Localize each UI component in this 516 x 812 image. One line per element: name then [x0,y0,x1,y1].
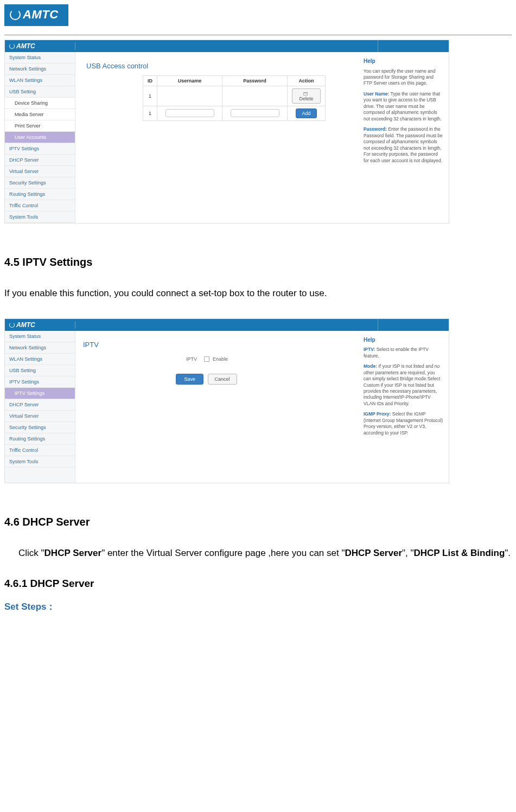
help-term: Mode: [364,363,377,369]
delete-label: Delete [299,96,313,101]
shot-header: AMTC [5,40,449,52]
swirl-icon [9,322,15,328]
page-logo: AMTC [4,4,68,26]
sidebar-item-system-status[interactable]: System Status [5,331,75,342]
main-panel: USB Access control ID Username Password … [75,52,359,223]
cell-password [222,86,288,106]
help-text-body: If your ISP is not listed and no other p… [364,363,440,406]
sidebar-sub-print-server[interactable]: Print Server [5,120,75,132]
sidebar-item-usb-setting[interactable]: USB Setting [5,86,75,98]
help-text: You can specify the user name and passwo… [364,68,443,87]
sidebar-sub-user-accounts[interactable]: User Accounts [5,132,75,143]
sidebar-item-system-status[interactable]: System Status [5,52,75,63]
header-gap [75,40,378,52]
help-text: User Name: Type the user name that you w… [364,91,443,122]
sidebar-item-dhcp-server[interactable]: DHCP Server [5,399,75,411]
screenshot-iptv: AMTC System Status Network Settings WLAN… [4,318,449,483]
text-fragment: Click " [18,548,44,558]
username-input[interactable] [165,109,214,117]
sidebar-item-traffic-control[interactable]: Triffic Control [5,200,75,212]
usb-table: ID Username Password Action 1 Delete [143,75,326,121]
help-term: IGMP Proxy: [364,411,391,417]
sidebar: System Status Network Settings WLAN Sett… [5,52,75,223]
shot-brand: AMTC [5,42,75,50]
divider [4,35,512,35]
sidebar-item-security-settings[interactable]: Security Settings [5,177,75,189]
sidebar-item-wlan-settings[interactable]: WLAN Settings [5,75,75,86]
add-button[interactable]: Add [296,108,316,118]
sidebar-item-dhcp-server[interactable]: DHCP Server [5,155,75,166]
delete-button[interactable]: Delete [292,88,321,104]
th-id: ID [143,76,157,86]
help-term: User Name: [364,91,389,97]
screenshot-usb-access: AMTC System Status Network Settings WLAN… [4,40,449,223]
swirl-icon [9,43,15,49]
sidebar-item-virtual-server[interactable]: Virtual Server [5,411,75,422]
help-text: Password: Enter the password in the Pass… [364,126,443,164]
sidebar-item-virtual-server[interactable]: Virtual Server [5,166,75,177]
help-text: Mode: If your ISP is not listed and no o… [364,363,443,407]
brand-text: AMTC [16,321,35,329]
help-text-body: Enter the password in the Password field… [364,126,443,163]
main-panel: IPTV IPTV Enable Save Cancel [75,331,359,483]
th-username: Username [157,76,222,86]
sidebar-item-routing-settings[interactable]: Routing Settings [5,189,75,200]
iptv-label: IPTV [186,356,197,362]
section-4-6-body: Click "DHCP Server" enter the Virtual Se… [4,544,512,563]
iptv-enable-row: IPTV Enable [186,356,352,362]
help-term: Password: [364,126,387,132]
help-title: Help [364,57,443,65]
swirl-icon [10,9,21,20]
help-text: IGMP Proxy: Select the IGMP (Internet Gr… [364,411,443,436]
cell-username [157,86,222,106]
sidebar-item-wlan-settings[interactable]: WLAN Settings [5,354,75,365]
section-4-5-title: 4.5 IPTV Settings [4,256,512,268]
text-fragment: ", " [402,548,414,558]
sidebar-sub-media-server[interactable]: Media Server [5,109,75,120]
trash-icon [303,92,308,95]
help-text: IPTV: Select to enable the IPTV feature. [364,347,443,359]
enable-label: Enable [213,356,228,362]
enable-checkbox[interactable] [204,356,209,362]
sidebar-item-iptv-settings[interactable]: IPTV Settings [5,143,75,155]
sidebar-sub-device-sharing[interactable]: Device Sharing [5,98,75,109]
table-row: 1 Delete [143,86,326,106]
shot-header: AMTC [5,319,449,331]
section-4-6-1-title: 4.6.1 DHCP Server [4,578,512,590]
brand-text: AMTC [16,42,35,50]
sidebar-item-network-settings[interactable]: Network Settings [5,63,75,75]
sidebar-item-security-settings[interactable]: Security Settings [5,422,75,433]
th-action: Action [288,76,326,86]
text-fragment: ". [505,548,511,558]
sidebar-item-traffic-control[interactable]: Triffic Control [5,445,75,456]
bold-dhcp-server: DHCP Server [345,548,402,558]
help-title: Help [364,336,443,344]
bold-dhcp-list-binding: DHCP List & Binding [414,548,505,558]
help-term: IPTV: [364,347,375,352]
sidebar: System Status Network Settings WLAN Sett… [5,331,75,483]
cancel-button[interactable]: Cancel [208,374,237,385]
th-password: Password [222,76,288,86]
logo-text: AMTC [23,8,59,22]
password-input[interactable] [231,109,279,117]
help-panel: Help IPTV: Select to enable the IPTV fea… [359,331,449,483]
header-gap [378,319,449,331]
sidebar-item-system-tools[interactable]: System Tools [5,456,75,468]
section-4-5-body: If you enable this function, you could c… [4,284,512,303]
shot-brand: AMTC [5,321,75,329]
header-gap [378,40,449,52]
section-4-6-title: 4.6 DHCP Server [4,516,512,528]
header-gap [75,319,378,331]
text-fragment: " enter the Virtual Server configure pag… [101,548,345,558]
save-button[interactable]: Save [176,374,203,385]
set-steps-label: Set Steps： [4,600,512,613]
panel-title: USB Access control [86,62,352,70]
cell-id: 1 [143,106,157,121]
cell-id: 1 [143,86,157,106]
sidebar-item-network-settings[interactable]: Network Settings [5,342,75,354]
sidebar-sub-iptv-settings[interactable]: IPTV Settings [5,388,75,399]
sidebar-item-routing-settings[interactable]: Routing Settings [5,433,75,445]
panel-title: IPTV [83,341,352,349]
help-panel: Help You can specify the user name and p… [359,52,449,223]
sidebar-item-system-tools[interactable]: System Tools [5,212,75,223]
